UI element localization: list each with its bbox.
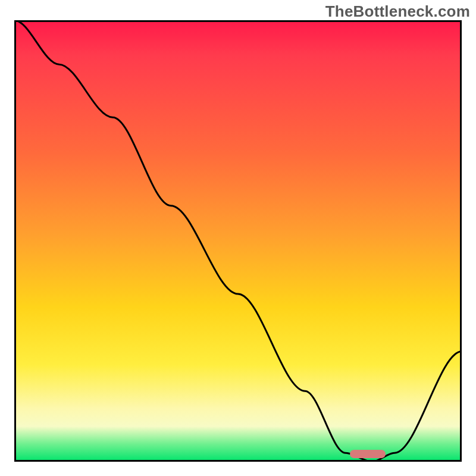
watermark-text: TheBottleneck.com — [325, 2, 470, 21]
chart-frame: TheBottleneck.com — [0, 0, 476, 476]
plot-area — [14, 20, 462, 462]
curve-path — [14, 20, 462, 462]
optimal-marker — [350, 450, 386, 458]
bottleneck-curve — [14, 20, 462, 462]
